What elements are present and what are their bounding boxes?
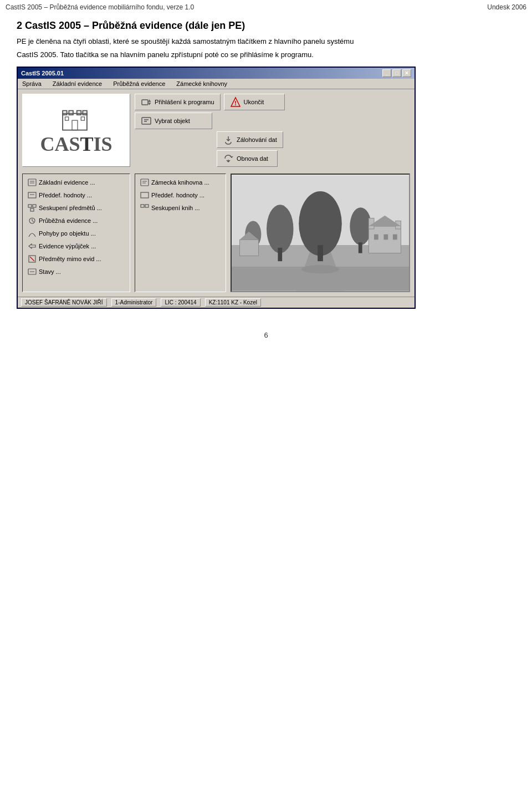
seskupeni-knih-icon: [140, 203, 149, 212]
section-title: 2 CastIS 2005 – Průběžná evidence (dále …: [17, 20, 515, 32]
knihovna-icon: [140, 178, 149, 187]
svg-rect-5: [72, 120, 78, 130]
vybrat-objekt-label: Vybrat objekt: [155, 118, 190, 124]
svg-point-10: [235, 104, 236, 105]
menu-zakladni[interactable]: Základní evidence: [50, 80, 104, 88]
castle-svg-icon: [61, 105, 89, 133]
buttons-row-2: Vybrat objekt: [135, 113, 410, 129]
svg-rect-14: [28, 179, 36, 186]
knih-hodnoty-icon: [140, 191, 149, 200]
status-role: 1-Administrator: [111, 298, 157, 307]
svg-rect-42: [359, 242, 362, 253]
svg-rect-4: [83, 111, 88, 115]
svg-rect-48: [374, 235, 378, 240]
prihlaseni-label: Přihlášení k programu: [155, 99, 214, 105]
mimo-icon: [28, 254, 37, 263]
right-nav-panel: Zámecká knihovna ... Předdef. hodnoty ..…: [135, 174, 226, 292]
menu-sprava[interactable]: Správa: [20, 80, 44, 88]
svg-line-24: [30, 257, 34, 261]
svg-rect-32: [145, 205, 149, 207]
svg-rect-11: [142, 118, 151, 124]
window-menubar: Správa Základní evidence Průběžná eviden…: [18, 79, 415, 89]
ukoncit-button[interactable]: Ukončit: [224, 94, 285, 110]
castis-logo-text: CASTIS: [40, 133, 112, 156]
obnova-icon: [223, 153, 234, 164]
seskupeni-icon: [28, 203, 37, 212]
section-desc2: CastIS 2005. Tato tlačítka se na hlavním…: [17, 49, 515, 60]
svg-rect-30: [141, 192, 149, 198]
window-lower-body: Základní evidence ... Předdef. hodnoty .…: [18, 171, 415, 297]
status-bar: JOSEF ŠAFRÁNĚ NOVÁK JIŘÍ 1-Administrator…: [18, 297, 415, 308]
svg-rect-27: [141, 179, 149, 186]
buttons-row-1: Přihlášení k programu Ukončit: [135, 94, 410, 110]
svg-rect-8: [142, 100, 148, 105]
maximize-button[interactable]: □: [392, 69, 401, 77]
nav-pohyby-po-objektu[interactable]: Pohyby po objektu ...: [25, 227, 127, 240]
left-nav-panel: Základní evidence ... Předdef. hodnoty .…: [22, 174, 130, 292]
svg-rect-21: [30, 208, 34, 211]
nav-seskupeni-predmetu[interactable]: Seskupení předmětů ...: [25, 202, 127, 214]
svg-point-41: [350, 207, 371, 245]
action-buttons-panel: Přihlášení k programu Ukončit: [135, 94, 410, 167]
app-window: CastIS 2005.01 _ □ ✕ Správa Základní evi…: [17, 67, 416, 309]
buttons-row-3: Zálohování dat: [135, 131, 410, 148]
prubezna-icon: [28, 216, 37, 225]
nav-stavy[interactable]: Stavy ...: [25, 266, 127, 278]
zalohovani-button[interactable]: Zálohování dat: [217, 131, 283, 148]
svg-rect-50: [393, 235, 397, 240]
nav-seskupeni-knih[interactable]: Seskupení knih ...: [137, 202, 223, 214]
ukoncit-label: Ukončit: [244, 99, 264, 105]
page-header: CastIS 2005 – Průběžná evidence mobiliár…: [0, 0, 532, 14]
svg-rect-20: [33, 205, 36, 207]
nav-knih-preddef-hodnoty[interactable]: Předdef. hodnoty ...: [137, 189, 223, 201]
svg-rect-38: [318, 245, 323, 261]
status-user: JOSEF ŠAFRÁNĚ NOVÁK JIŘÍ: [21, 298, 107, 307]
landscape-photo: [231, 174, 410, 292]
menu-prubezna[interactable]: Průběžná evidence: [111, 80, 167, 88]
svg-rect-1: [63, 111, 68, 115]
ukoncit-icon: [230, 96, 241, 108]
vybrat-objekt-button[interactable]: Vybrat objekt: [135, 113, 212, 129]
landscape-svg: [232, 175, 409, 291]
nav-prubezna-evidence[interactable]: Průběžná evidence ...: [25, 215, 127, 227]
close-button[interactable]: ✕: [402, 69, 411, 77]
stavy-icon: [28, 267, 37, 276]
nav-evidence-vypujcek[interactable]: Evidence výpůjček ...: [25, 240, 127, 252]
status-lic: LIC : 200414: [161, 298, 200, 307]
page-number: 6: [264, 331, 268, 339]
svg-rect-6: [65, 117, 69, 120]
doc-title: CastIS 2005 – Průběžná evidence mobiliár…: [6, 3, 194, 11]
page-footer: 6: [0, 320, 532, 350]
svg-rect-7: [81, 117, 85, 120]
window-title: CastIS 2005.01: [21, 70, 64, 77]
page-content: 2 CastIS 2005 – Průběžná evidence (dále …: [0, 14, 532, 320]
minimize-button[interactable]: _: [382, 69, 391, 77]
vybrat-icon: [141, 115, 152, 126]
window-upper-body: CASTIS Přihlášení k programu: [18, 89, 415, 171]
vypujcky-icon: [28, 242, 37, 251]
nav-preddef-hodnoty[interactable]: Předdef. hodnoty ...: [25, 189, 127, 201]
svg-rect-17: [28, 192, 36, 198]
menu-zamecke[interactable]: Zámecké knihovny: [174, 80, 229, 88]
prihlaseni-button[interactable]: Přihlášení k programu: [135, 94, 221, 110]
svg-rect-19: [28, 205, 32, 207]
pohyby-icon: [28, 229, 37, 238]
nav-zakladni-evidence[interactable]: Základní evidence ...: [25, 176, 127, 188]
prihlaseni-icon: [141, 96, 152, 108]
logo-area: CASTIS: [22, 94, 130, 167]
castis-logo-wrapper: CASTIS: [40, 105, 112, 156]
svg-rect-31: [141, 205, 144, 207]
nav-zamecka-knihovna[interactable]: Zámecká knihovna ...: [137, 176, 223, 188]
hodnoty-icon: [28, 191, 37, 200]
svg-rect-49: [383, 235, 388, 240]
nav-predmety-mimo[interactable]: Předměty mimo evid ...: [25, 253, 127, 265]
status-kz: KZ:1101 KZ - Kozel: [205, 298, 261, 307]
svg-rect-40: [278, 248, 282, 261]
section-desc1: PE je členěna na čtyři oblasti, které se…: [17, 36, 515, 47]
titlebar-controls: _ □ ✕: [382, 69, 411, 77]
zalohovani-label: Zálohování dat: [237, 136, 277, 143]
window-titlebar: CastIS 2005.01 _ □ ✕: [18, 68, 415, 79]
obnova-label: Obnova dat: [237, 155, 268, 162]
obnova-button[interactable]: Obnova dat: [217, 150, 278, 167]
evidence-icon: [28, 178, 37, 187]
